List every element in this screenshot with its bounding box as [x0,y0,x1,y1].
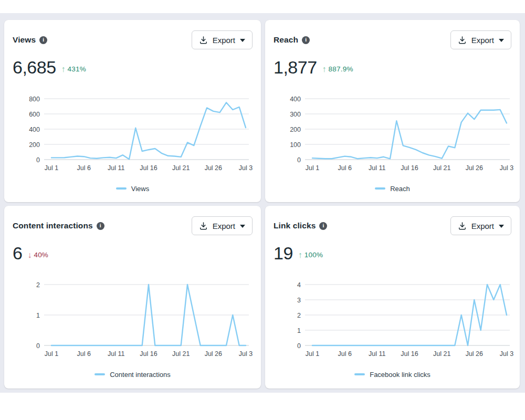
download-icon [458,36,467,45]
metric-delta: ↑ 887.9% [322,65,353,74]
svg-text:0: 0 [36,156,40,164]
insights-panel: Views i Export 6,685 ↑ 431% 020040060080… [0,13,525,393]
legend-label: Views [131,185,149,193]
svg-text:Jul 1: Jul 1 [45,164,58,172]
svg-text:0: 0 [36,342,40,350]
export-label: Export [213,222,235,230]
export-button[interactable]: Export [192,30,253,49]
svg-text:Jul 11: Jul 11 [369,350,385,358]
svg-text:3: 3 [297,297,301,304]
svg-text:Jul 21: Jul 21 [433,164,450,172]
svg-text:Jul 3: Jul 3 [500,350,513,358]
svg-text:Jul 26: Jul 26 [466,164,483,172]
metric-value: 19 [274,243,293,264]
info-icon-glyph: i [305,37,307,43]
card-title-row: Views i [13,35,47,45]
metric-row: 1,877 ↑ 887.9% [274,57,511,78]
chevron-down-icon [240,39,245,42]
chart-legend: Content interactions [13,370,253,379]
svg-text:Jul 21: Jul 21 [172,164,190,172]
download-icon [458,222,467,230]
line-chart-content-interactions: 012Jul 1Jul 6Jul 11Jul 16Jul 21Jul 26Jul… [13,279,253,361]
export-button[interactable]: Export [450,216,511,235]
svg-text:Jul 6: Jul 6 [77,164,90,172]
card-title-row: Content interactions i [13,221,104,230]
metric-delta: ↑ 431% [61,65,86,74]
chart-legend: Reach [274,184,511,193]
card-content-interactions: Content interactions i Export 6 ↓ 40% 01… [4,206,261,388]
svg-text:200: 200 [29,141,40,149]
legend-line-swatch [354,373,365,375]
card-title: Content interactions [13,221,93,230]
trend-up-icon: ↑ [322,65,327,74]
legend-line-swatch [375,187,385,190]
info-icon-glyph: i [322,223,324,228]
metric-value: 1,877 [274,57,317,78]
card-title-row: Reach i [274,35,310,45]
info-icon-glyph: i [100,223,101,228]
svg-text:200: 200 [290,126,301,133]
svg-text:Jul 26: Jul 26 [205,350,222,358]
chevron-down-icon [499,39,504,42]
legend-label: Content interactions [110,371,171,379]
line-chart-views: 0200400600800Jul 1Jul 6Jul 11Jul 16Jul 2… [13,93,253,175]
svg-text:800: 800 [29,96,40,103]
trend-up-icon: ↑ [298,251,302,259]
info-icon[interactable]: i [97,222,104,230]
metric-delta: ↑ 100% [298,251,323,259]
legend-line-swatch [116,187,127,190]
metric-cards-grid: Views i Export 6,685 ↑ 431% 020040060080… [4,20,520,388]
metric-value: 6 [13,243,22,264]
svg-text:Jul 6: Jul 6 [338,164,351,172]
svg-text:Jul 6: Jul 6 [77,350,90,358]
legend-line-swatch [94,373,105,375]
svg-text:Jul 16: Jul 16 [401,164,418,172]
svg-text:0: 0 [297,342,301,350]
svg-text:Jul 11: Jul 11 [108,164,124,172]
metric-row: 6,685 ↑ 431% [13,57,253,78]
svg-text:Jul 11: Jul 11 [108,350,124,358]
export-button[interactable]: Export [192,216,253,235]
svg-text:Jul 1: Jul 1 [306,164,319,172]
card-header: Link clicks i Export [274,216,511,235]
svg-text:Jul 16: Jul 16 [401,350,418,358]
export-button[interactable]: Export [450,30,511,49]
card-header: Views i Export [13,30,253,49]
svg-text:Jul 16: Jul 16 [140,350,157,358]
metric-value: 6,685 [13,57,56,78]
export-label: Export [471,36,494,45]
info-icon[interactable]: i [302,36,310,44]
trend-up-icon: ↑ [61,65,66,74]
card-header: Content interactions i Export [13,216,253,235]
svg-text:Jul 3: Jul 3 [239,164,253,172]
delta-percent: 887.9% [329,65,353,73]
svg-text:Jul 11: Jul 11 [369,164,385,172]
svg-text:400: 400 [29,126,40,133]
trend-down-icon: ↓ [27,251,32,259]
info-icon[interactable]: i [319,222,327,230]
metric-delta: ↓ 40% [27,251,48,259]
svg-text:Jul 3: Jul 3 [500,164,513,172]
svg-text:0: 0 [297,156,301,164]
delta-percent: 40% [34,251,48,259]
card-title: Reach [274,35,298,45]
delta-percent: 100% [304,251,323,259]
info-icon-glyph: i [43,37,44,43]
line-chart-link-clicks: 01234Jul 1Jul 6Jul 11Jul 16Jul 21Jul 26J… [274,279,514,361]
delta-percent: 431% [68,65,86,73]
export-label: Export [213,36,235,45]
svg-text:4: 4 [297,281,301,289]
svg-text:Jul 16: Jul 16 [140,164,157,172]
download-icon [199,36,208,45]
svg-text:1: 1 [297,327,301,334]
svg-text:2: 2 [297,312,301,319]
svg-text:Jul 1: Jul 1 [45,350,58,358]
svg-text:Jul 1: Jul 1 [306,350,319,358]
svg-text:Jul 21: Jul 21 [172,350,190,358]
info-icon[interactable]: i [39,36,47,44]
svg-text:600: 600 [29,111,40,118]
svg-text:Jul 6: Jul 6 [338,350,351,358]
card-title: Link clicks [274,221,316,230]
card-header: Reach i Export [274,30,511,49]
card-views: Views i Export 6,685 ↑ 431% 020040060080… [4,20,261,202]
